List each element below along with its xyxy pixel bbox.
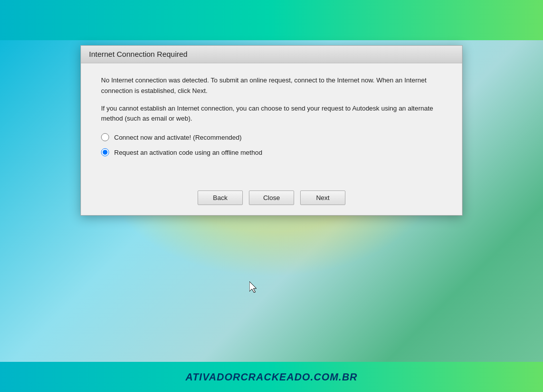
bottom-bar: ATIVADORCRACKEADO.COM.BR bbox=[0, 362, 543, 392]
option1-text: Connect now and activate! (Recommended) bbox=[114, 134, 242, 141]
dialog-paragraph-1: No Internet connection was detected. To … bbox=[101, 75, 442, 96]
dialog-title-bar: Internet Connection Required bbox=[81, 46, 462, 63]
footer-text: ATIVADORCRACKEADO.COM.BR bbox=[186, 371, 357, 383]
dialog-title: Internet Connection Required bbox=[89, 50, 188, 58]
option1-radio[interactable] bbox=[101, 133, 109, 141]
next-button[interactable]: Next bbox=[300, 190, 345, 205]
options-section: Connect now and activate! (Recommended) … bbox=[101, 133, 442, 156]
close-button[interactable]: Close bbox=[249, 190, 294, 205]
dialog-buttons: Back Close Next bbox=[81, 190, 462, 205]
option2-radio[interactable] bbox=[101, 148, 109, 156]
option1-label[interactable]: Connect now and activate! (Recommended) bbox=[101, 133, 442, 141]
dialog-box: Internet Connection Required No Internet… bbox=[80, 45, 463, 216]
dialog-paragraph-2: If you cannot establish an Internet conn… bbox=[101, 104, 442, 125]
top-bar bbox=[0, 0, 543, 40]
option2-label[interactable]: Request an activation code using an offl… bbox=[101, 148, 442, 156]
option2-text: Request an activation code using an offl… bbox=[114, 149, 262, 156]
back-button[interactable]: Back bbox=[198, 190, 243, 205]
dialog-body: No Internet connection was detected. To … bbox=[81, 63, 462, 175]
